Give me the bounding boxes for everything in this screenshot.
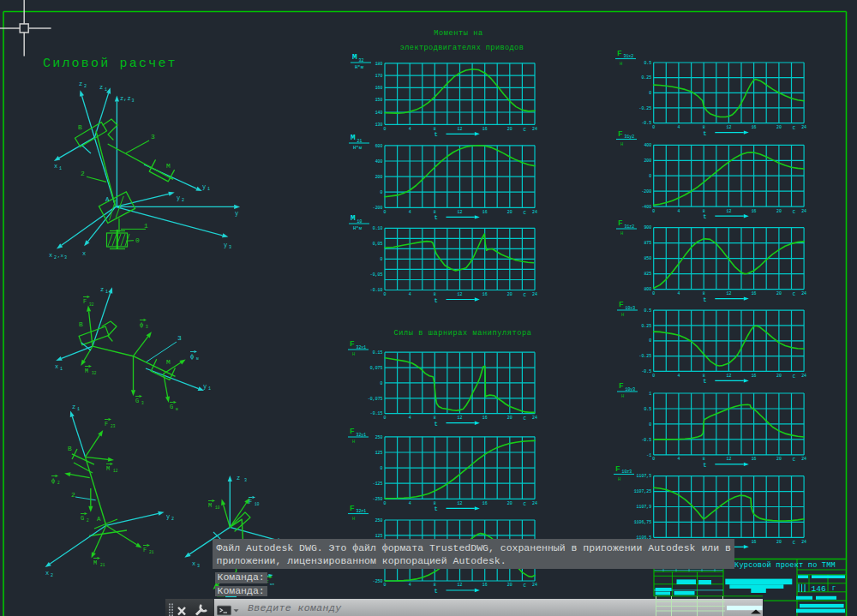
svg-text:0: 0 <box>384 583 387 587</box>
svg-text:0: 0 <box>652 291 655 296</box>
svg-text:12: 12 <box>726 374 731 378</box>
svg-text:250: 250 <box>375 435 383 440</box>
svg-text:0.25: 0.25 <box>641 324 651 328</box>
svg-text:16: 16 <box>752 540 757 544</box>
svg-text:16: 16 <box>752 291 757 296</box>
svg-text:3: 3 <box>244 478 247 483</box>
svg-text:0: 0 <box>384 416 387 420</box>
svg-text:F: F <box>350 427 355 436</box>
svg-text:31y2: 31y2 <box>625 135 635 139</box>
svg-text:0: 0 <box>384 210 387 214</box>
svg-text:B: B <box>68 445 72 452</box>
svg-text:z: z <box>99 84 103 91</box>
svg-text:y: y <box>224 242 227 248</box>
svg-text:32x1: 32x1 <box>357 345 367 350</box>
svg-text:8: 8 <box>703 291 705 296</box>
svg-text:850: 850 <box>644 256 651 260</box>
svg-text:м: м <box>176 407 178 411</box>
svg-text:3: 3 <box>141 401 144 405</box>
svg-text:B: B <box>78 123 82 131</box>
svg-text:4: 4 <box>409 210 411 214</box>
svg-text:м3: м3 <box>270 583 274 586</box>
svg-text:t: t <box>703 296 707 303</box>
svg-text:t: t <box>434 297 439 304</box>
svg-text:24: 24 <box>532 416 537 420</box>
svg-text:Курсовой проект по ТММ: Курсовой проект по ТММ <box>734 561 836 570</box>
svg-text:20: 20 <box>776 291 782 296</box>
svg-text:32z1: 32z1 <box>357 509 367 513</box>
svg-text:0: 0 <box>384 127 387 131</box>
svg-text:x: x <box>45 570 49 577</box>
svg-text:125: 125 <box>375 534 383 538</box>
svg-text:1: 1 <box>144 222 148 230</box>
svg-text:12: 12 <box>458 127 463 131</box>
svg-text:M: M <box>351 213 356 223</box>
svg-text:Н: Н <box>352 516 355 522</box>
svg-text:2: 2 <box>81 170 85 177</box>
svg-text:C: C <box>793 374 796 380</box>
svg-text:Н: Н <box>620 61 622 67</box>
svg-text:23: 23 <box>111 424 116 428</box>
svg-text:12: 12 <box>726 125 731 129</box>
svg-text:-0.15: -0.15 <box>370 411 383 416</box>
svg-text:0.5: 0.5 <box>644 61 651 65</box>
svg-text:Г: Г <box>832 585 836 592</box>
svg-text:Н: Н <box>620 141 623 147</box>
svg-text:20: 20 <box>776 374 782 378</box>
svg-text:2: 2 <box>51 573 53 578</box>
svg-text:16: 16 <box>482 127 488 131</box>
svg-text:20: 20 <box>507 210 512 214</box>
svg-text:-200: -200 <box>373 206 383 210</box>
svg-text:2: 2 <box>57 481 60 485</box>
svg-text:t: t <box>434 421 439 428</box>
svg-text:800: 800 <box>644 287 651 291</box>
svg-text:x: x <box>54 163 57 170</box>
svg-text:20: 20 <box>776 540 782 544</box>
svg-text:400: 400 <box>644 143 651 147</box>
svg-text:-0.5: -0.5 <box>641 121 651 125</box>
svg-text:21: 21 <box>149 550 154 554</box>
svg-text:3: 3 <box>229 245 231 250</box>
svg-text:20: 20 <box>507 416 512 420</box>
svg-text:м: м <box>196 356 199 361</box>
svg-text:Н: Н <box>620 230 623 236</box>
svg-text:t: t <box>434 588 439 595</box>
svg-text:z: z <box>100 286 104 293</box>
svg-text:0: 0 <box>649 422 651 427</box>
svg-text:y: y <box>177 194 180 201</box>
svg-text:20: 20 <box>776 457 782 461</box>
svg-text:12: 12 <box>458 210 463 214</box>
svg-text:-0.5: -0.5 <box>641 369 651 374</box>
svg-text:12: 12 <box>726 457 731 461</box>
svg-text:Н: Н <box>621 393 624 399</box>
svg-text:20: 20 <box>507 501 512 505</box>
svg-text:140: 140 <box>375 111 383 115</box>
svg-text:0: 0 <box>652 457 655 461</box>
svg-text:z: z <box>72 404 75 410</box>
svg-text:20: 20 <box>507 127 512 131</box>
svg-text:4: 4 <box>677 291 680 296</box>
svg-text:F: F <box>83 298 87 305</box>
svg-text:1: 1 <box>105 290 108 295</box>
svg-text:12: 12 <box>458 292 463 296</box>
svg-text:Н: Н <box>352 351 355 357</box>
svg-text:8: 8 <box>434 127 436 131</box>
svg-text:825: 825 <box>644 272 651 276</box>
svg-text:-125: -125 <box>373 481 383 486</box>
svg-text:3: 3 <box>177 334 182 342</box>
svg-text:0.5: 0.5 <box>644 308 651 313</box>
svg-text:130: 130 <box>375 123 383 127</box>
svg-text:Моменты на: Моменты на <box>434 29 483 38</box>
svg-text:24: 24 <box>801 457 806 461</box>
svg-text:4: 4 <box>677 125 680 129</box>
svg-text:900: 900 <box>644 225 651 230</box>
svg-text:10: 10 <box>215 505 220 510</box>
svg-text:Силы в шарнирах манипулятора: Силы в шарнирах манипулятора <box>393 329 531 338</box>
svg-text:32: 32 <box>92 371 97 375</box>
svg-text:F: F <box>619 300 624 309</box>
svg-text:4: 4 <box>409 292 411 296</box>
svg-text:875: 875 <box>644 241 651 245</box>
svg-text:C: C <box>524 127 527 133</box>
svg-text:C: C <box>524 501 527 507</box>
svg-text:M: M <box>351 133 356 142</box>
